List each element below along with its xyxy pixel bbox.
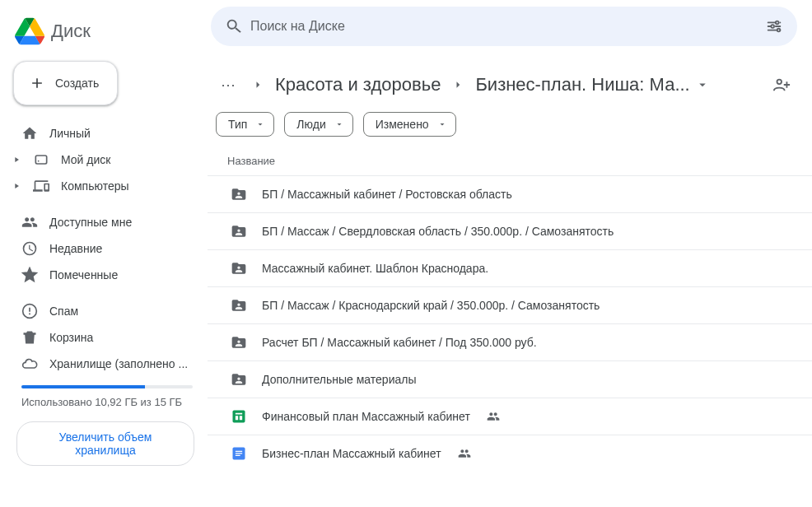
breadcrumb-current-label: Бизнес-план. Ниша: Ма... [475,74,689,95]
file-name: Бизнес-план Массажный кабинет [262,447,441,460]
sidebar-item-label: Хранилище (заполнено ... [49,357,188,370]
sidebar-item-label: Доступные мне [49,216,132,229]
caret-down-icon [255,119,265,129]
file-name: Финансовый план Массажный кабинет [262,410,470,423]
sidebar-item-label: Корзина [49,331,93,344]
plus-icon [29,75,45,91]
logo-row[interactable]: Диск [7,7,208,61]
chevron-right-icon [450,77,465,92]
shared-icon [21,214,38,230]
sidebar-item-recent[interactable]: Недавние [7,235,208,262]
folder-shared-icon [231,297,247,314]
breadcrumb: ⋯ Красота и здоровье Бизнес-план. Ниша: … [208,53,812,107]
nav-secondary: Доступные мне Недавние Помеченные [7,206,208,291]
create-button-label: Создать [55,77,99,90]
star-icon [21,267,38,283]
filter-row: Тип Люди Изменено [208,107,812,147]
caret-down-icon [334,119,344,129]
filter-modified[interactable]: Изменено [363,112,456,137]
file-name: Расчет БП / Массажный кабинет / Под 350.… [262,336,537,349]
recent-icon [21,240,38,257]
sidebar-item-spam[interactable]: Спам [7,298,208,324]
sidebar-item-starred[interactable]: Помеченные [7,262,208,288]
trash-icon [21,329,38,346]
sidebar-item-storage[interactable]: Хранилище (заполнено ... [7,351,208,377]
sidebar-item-label: Недавние [49,242,102,255]
folder-shared-icon [231,371,247,388]
sidebar: Диск Создать Личный Мой диск Компьютеры … [0,0,208,507]
expand-caret-icon[interactable] [12,156,21,164]
column-header-name[interactable]: Название [208,147,812,175]
file-row[interactable]: Финансовый план Массажный кабинет [208,398,812,435]
search-input[interactable] [250,19,758,34]
shared-indicator-icon [458,447,471,460]
filter-label: Изменено [376,118,429,131]
sidebar-item-trash[interactable]: Корзина [7,324,208,351]
search-row [208,0,812,53]
svg-point-4 [777,29,781,32]
caret-down-icon [437,119,447,129]
file-list: БП / Массажный кабинет / Ростовская обла… [208,175,812,507]
sidebar-item-label: Помеченные [49,268,118,281]
expand-caret-icon[interactable] [12,182,21,190]
spam-icon [21,303,38,319]
main: ⋯ Красота и здоровье Бизнес-план. Ниша: … [208,0,812,507]
search-icon[interactable] [217,17,250,35]
devices-icon [33,178,49,194]
storage-bar [21,385,193,388]
app-name: Диск [51,21,91,42]
home-icon [21,125,38,142]
filter-people[interactable]: Люди [284,112,352,137]
create-button[interactable]: Создать [13,61,118,105]
manage-access-icon[interactable] [768,71,796,99]
folder-shared-icon [231,223,247,240]
drive-icon [33,151,49,168]
sidebar-item-home[interactable]: Личный [7,120,208,147]
folder-shared-icon [231,334,247,351]
cloud-icon [21,356,38,372]
breadcrumb-current[interactable]: Бизнес-план. Ниша: Ма... [475,74,709,95]
file-name: Дополнительные материалы [262,373,416,386]
drive-logo-icon [15,16,44,46]
file-row[interactable]: БП / Массаж / Свердловская область / 350… [208,212,812,249]
filter-type[interactable]: Тип [216,112,274,137]
sidebar-item-shared[interactable]: Доступные мне [7,209,208,235]
folder-shared-icon [231,186,247,202]
file-row[interactable]: Дополнительные материалы [208,360,812,398]
breadcrumb-parent[interactable]: Красота и здоровье [275,74,441,95]
sidebar-item-label: Личный [49,127,91,140]
file-row[interactable]: БП / Массажный кабинет / Ростовская обла… [208,175,812,212]
file-name: БП / Массаж / Свердловская область / 350… [262,225,614,238]
file-name: БП / Массажный кабинет / Ростовская обла… [262,188,512,201]
upgrade-storage-button[interactable]: Увеличить объем хранилища [16,421,194,466]
storage-text: Использовано 10,92 ГБ из 15 ГБ [21,395,193,410]
file-row[interactable]: БП / Массаж / Краснодарский край / 350.0… [208,286,812,323]
nav-tertiary: Спам Корзина Хранилище (заполнено ... [7,295,208,380]
sheet-icon [231,408,247,425]
filter-label: Люди [296,118,325,131]
filter-label: Тип [228,118,247,131]
file-name: БП / Массаж / Краснодарский край / 350.0… [262,299,600,312]
shared-indicator-icon [487,410,500,423]
file-row[interactable]: Расчет БП / Массажный кабинет / Под 350.… [208,323,812,360]
search-box[interactable] [211,7,797,46]
doc-icon [231,445,247,462]
search-options-icon[interactable] [758,17,791,35]
file-name: Массажный кабинет. Шаблон Краснодара. [262,262,488,275]
sidebar-item-label: Спам [49,305,78,318]
caret-down-icon [695,77,710,92]
sidebar-item-label: Мой диск [61,153,110,166]
svg-point-1 [38,160,40,162]
storage-fill [21,385,145,388]
sidebar-item-computers[interactable]: Компьютеры [7,173,208,199]
nav-primary: Личный Мой диск Компьютеры [7,117,208,202]
sidebar-item-label: Компьютеры [61,179,129,193]
folder-shared-icon [231,260,247,277]
breadcrumb-overflow-icon[interactable]: ⋯ [216,72,240,97]
chevron-right-icon [250,77,265,92]
sidebar-item-mydrive[interactable]: Мой диск [7,147,208,173]
file-row[interactable]: Бизнес-план Массажный кабинет [208,435,812,472]
file-row[interactable]: Массажный кабинет. Шаблон Краснодара. [208,249,812,286]
storage-meter: Использовано 10,92 ГБ из 15 ГБ [7,380,208,410]
svg-rect-6 [233,411,245,423]
